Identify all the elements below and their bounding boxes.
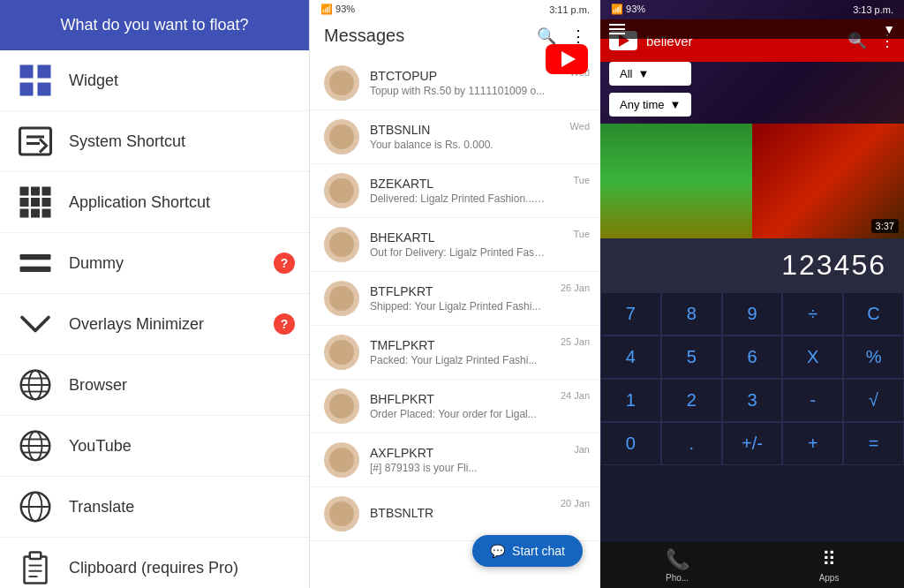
message-item-axflpkrt[interactable]: AXFLPKRT [#] 879193 is your Fli... Jan (310, 433, 600, 487)
calc-btn-equals[interactable]: = (843, 422, 904, 465)
app-shortcut-label: Application Shortcut (69, 193, 210, 212)
signal-icons: 📶 93% (320, 4, 355, 15)
overlay-top-bar: ▼ (600, 19, 904, 39)
float-item-widget[interactable]: Widget (0, 50, 309, 111)
translate-icon (18, 489, 53, 524)
calc-btn-8[interactable]: 8 (661, 292, 722, 335)
calc-btn-plusminus[interactable]: +/- (722, 422, 783, 465)
system-shortcut-icon (18, 124, 53, 159)
browser-label: Browser (69, 376, 127, 395)
msg-date: 25 Jan (561, 336, 590, 347)
calc-btn-9[interactable]: 9 (722, 292, 783, 335)
filter-all-button[interactable]: All ▼ (609, 62, 691, 86)
minimizer-icon (18, 306, 53, 342)
apps-nav-button[interactable]: ⠿ Apps (819, 548, 840, 583)
video-thumbnail-2[interactable]: 3:37 (752, 124, 904, 238)
msg-date: Jan (574, 444, 590, 455)
msg-sender: BHEKARTL (370, 230, 586, 245)
float-item-overlays-minimizer[interactable]: Overlays Minimizer ? (0, 294, 309, 355)
chevron-down-icon[interactable]: ▼ (883, 22, 895, 36)
float-item-browser[interactable]: Browser (0, 355, 309, 416)
video-thumbnail-1[interactable] (600, 124, 752, 238)
minimizer-badge: ? (274, 313, 295, 335)
more-icon[interactable]: ⋮ (570, 26, 586, 46)
search-icon[interactable]: 🔍 (537, 26, 556, 46)
avatar-btbsnlin (324, 119, 359, 155)
avatar-tmflpkrt (324, 335, 359, 370)
youtube-float-overlay[interactable] (546, 44, 588, 74)
svg-rect-9 (42, 187, 51, 196)
calc-btn-subtract[interactable]: - (782, 379, 843, 422)
calc-btn-sqrt[interactable]: √ (843, 379, 904, 422)
msg-content-axflpkrt: AXFLPKRT [#] 879193 is your Fli... (370, 446, 586, 474)
calc-btn-clear[interactable]: C (843, 292, 904, 335)
msg-date: Tue (573, 175, 590, 185)
filter-time-button[interactable]: Any time ▼ (609, 93, 691, 117)
avatar-bzekartl (324, 173, 359, 208)
msg-content-bhflpkrt: BHFLPKRT Order Placed: Your order for Li… (370, 392, 586, 420)
calc-btn-divide[interactable]: ÷ (782, 292, 843, 335)
hamburger-menu-icon[interactable] (609, 24, 625, 34)
avatar-btctopup (324, 65, 359, 101)
msg-content-tmflpkrt: TMFLPKRT Packed: Your Ligalz Printed Fas… (370, 338, 586, 366)
calc-btn-0[interactable]: 0 (600, 422, 661, 465)
message-item-btbsnltr[interactable]: BTBSNLTR 20 Jan (310, 487, 600, 541)
message-item-btflpkrt[interactable]: BTFLPKRT Shipped: Your Ligalz Printed Fa… (310, 272, 600, 326)
svg-rect-4 (20, 128, 51, 155)
messages-header-icons: 🔍 ⋮ (537, 26, 586, 46)
float-item-system-shortcut[interactable]: System Shortcut (0, 111, 309, 172)
msg-sender: BTBSNLIN (370, 123, 586, 137)
calc-btn-multiply[interactable]: X (782, 335, 843, 379)
msg-preview: Shipped: Your Ligalz Printed Fashi... (370, 300, 546, 313)
calc-btn-7[interactable]: 7 (600, 292, 661, 335)
calc-btn-5[interactable]: 5 (661, 335, 722, 379)
msg-content-btflpkrt: BTFLPKRT Shipped: Your Ligalz Printed Fa… (370, 284, 586, 313)
phone-nav-button[interactable]: 📞 Pho... (666, 548, 689, 583)
calc-btn-1[interactable]: 1 (600, 379, 661, 422)
float-item-app-shortcut[interactable]: Application Shortcut (0, 172, 309, 233)
dummy-icon (18, 245, 53, 281)
calc-btn-percent[interactable]: % (843, 335, 904, 379)
avatar-btflpkrt (324, 281, 359, 316)
msg-sender: TMFLPKRT (370, 338, 586, 352)
youtube-icon (18, 428, 53, 464)
calculator-overlay: 123456 7 8 9 ÷ C 4 5 6 X % 1 2 3 - √ 0 .… (600, 238, 904, 588)
clipboard-label: Clipboard (requires Pro) (69, 559, 238, 577)
right-panel: 📶 93% 3:13 p.m. ▼ believer 🔍 ⋮ All ▼ Any… (600, 0, 904, 588)
apps-nav-label: Apps (819, 573, 840, 583)
msg-sender: BHFLPKRT (370, 392, 586, 406)
right-status-bar: 📶 93% 3:13 p.m. (600, 0, 904, 19)
calc-btn-dot[interactable]: . (661, 422, 722, 465)
msg-sender: BZEKARTL (370, 177, 586, 191)
float-item-clipboard[interactable]: Clipboard (requires Pro) (0, 538, 309, 588)
message-item-bhflpkrt[interactable]: BHFLPKRT Order Placed: Your order for Li… (310, 380, 600, 433)
msg-sender: BTFLPKRT (370, 284, 586, 298)
dummy-label: Dummy (69, 254, 124, 273)
svg-rect-12 (42, 198, 51, 207)
float-item-dummy[interactable]: Dummy ? (0, 233, 309, 294)
youtube-label: YouTube (69, 437, 132, 456)
message-item-btbsnlin[interactable]: BTBSNLIN Your balance is Rs. 0.000. Wed (310, 110, 600, 164)
calculator-display: 123456 (600, 238, 904, 292)
calc-btn-2[interactable]: 2 (661, 379, 722, 422)
message-item-bzekartl[interactable]: BZEKARTL Delivered: Ligalz Printed Fashi… (310, 164, 600, 218)
float-item-youtube[interactable]: YouTube (0, 416, 309, 477)
msg-sender: AXFLPKRT (370, 446, 586, 460)
bottom-navigation: 📞 Pho... ⠿ Apps (600, 542, 904, 588)
message-item-tmflpkrt[interactable]: TMFLPKRT Packed: Your Ligalz Printed Fas… (310, 326, 600, 380)
calc-btn-6[interactable]: 6 (722, 335, 783, 379)
messages-title: Messages (324, 26, 404, 46)
avatar-btbsnltr (324, 496, 359, 531)
minimizer-label: Overlays Minimizer (69, 315, 204, 334)
yt-play-icon (561, 51, 576, 67)
calc-btn-3[interactable]: 3 (722, 379, 783, 422)
start-chat-label: Start chat (512, 544, 565, 558)
start-chat-button[interactable]: 💬 Start chat (472, 535, 583, 567)
messages-status-bar: 📶 93% 3:11 p.m. (310, 0, 600, 19)
float-item-translate[interactable]: Translate (0, 477, 309, 538)
calc-btn-add[interactable]: + (782, 422, 843, 465)
calc-btn-4[interactable]: 4 (600, 335, 661, 379)
message-item-bhekartl[interactable]: BHEKARTL Out for Delivery: Ligalz Printe… (310, 218, 600, 272)
msg-content-bhekartl: BHEKARTL Out for Delivery: Ligalz Printe… (370, 230, 586, 259)
svg-rect-11 (31, 198, 40, 207)
